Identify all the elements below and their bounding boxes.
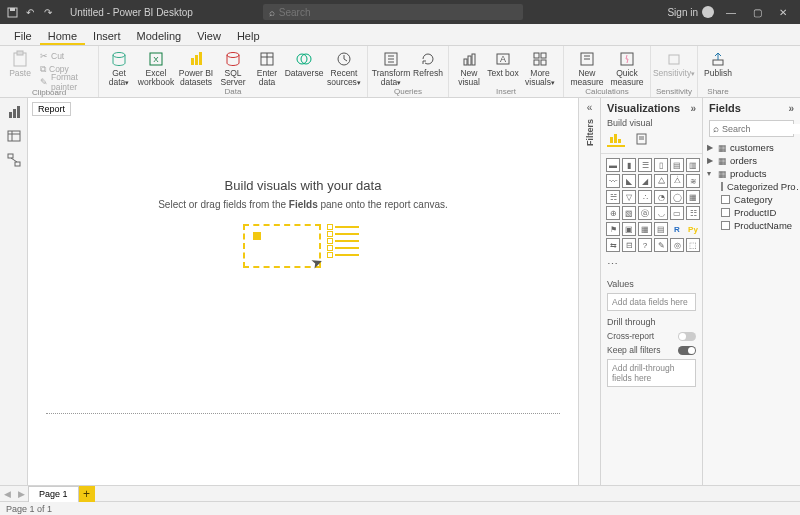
add-page-button[interactable]: +	[79, 486, 95, 502]
text-box-button[interactable]: AText box	[487, 48, 519, 87]
powerbi-datasets-button[interactable]: Power BI datasets	[177, 48, 215, 87]
enter-data-button[interactable]: Enter data	[251, 48, 283, 87]
viz-treemap[interactable]: ▦	[686, 190, 700, 204]
expand-filters-icon[interactable]: «	[587, 102, 593, 113]
maximize-button[interactable]: ▢	[748, 7, 766, 18]
viz-100-bar[interactable]: ▤	[670, 158, 684, 172]
format-painter-button[interactable]: ✎ Format painter	[40, 76, 92, 88]
sign-in-button[interactable]: Sign in	[667, 6, 714, 18]
viz-line-stacked[interactable]: ⧋	[654, 174, 668, 188]
viz-azure-map[interactable]: ⓐ	[638, 206, 652, 220]
page-next[interactable]: ▶	[14, 489, 28, 499]
menu-modeling[interactable]: Modeling	[129, 27, 190, 45]
viz-slicer[interactable]: ▣	[622, 222, 636, 236]
menu-view[interactable]: View	[189, 27, 229, 45]
viz-filled-map[interactable]: ▧	[622, 206, 636, 220]
viz-key-influencers[interactable]: ⇆	[606, 238, 620, 252]
publish-button[interactable]: Publish	[702, 48, 734, 87]
excel-workbook-button[interactable]: XExcel workbook	[137, 48, 175, 87]
new-measure-button[interactable]: New measure	[568, 48, 606, 87]
viz-donut[interactable]: ◯	[670, 190, 684, 204]
view-rail	[0, 98, 28, 485]
viz-decomposition[interactable]: ⊟	[622, 238, 636, 252]
report-canvas[interactable]: Report Build visuals with your data Sele…	[28, 98, 578, 485]
menu-home[interactable]: Home	[40, 27, 85, 45]
minimize-button[interactable]: —	[722, 7, 740, 18]
viz-clustered-bar[interactable]: ☰	[638, 158, 652, 172]
viz-scatter[interactable]: ∴	[638, 190, 652, 204]
undo-icon[interactable]: ↶	[24, 6, 36, 18]
viz-more-row[interactable]: ⋯	[601, 256, 702, 275]
viz-line-clustered[interactable]: ⧊	[670, 174, 684, 188]
viz-gauge[interactable]: ◡	[654, 206, 668, 220]
field-productid[interactable]: ProductID	[719, 206, 798, 219]
page-prev[interactable]: ◀	[0, 489, 14, 499]
paste-button[interactable]: Paste	[4, 48, 36, 88]
save-icon[interactable]	[6, 6, 18, 18]
filters-pane-collapsed[interactable]: « Filters	[578, 98, 600, 485]
sql-server-button[interactable]: SQL Server	[217, 48, 249, 87]
viz-kpi[interactable]: ⚑	[606, 222, 620, 236]
global-search[interactable]: ⌕	[263, 4, 523, 20]
viz-pie[interactable]: ◔	[654, 190, 668, 204]
viz-ribbon[interactable]: ≋	[686, 174, 700, 188]
viz-100-column[interactable]: ▥	[686, 158, 700, 172]
global-search-input[interactable]	[279, 7, 517, 18]
menu-insert[interactable]: Insert	[85, 27, 129, 45]
quick-measure-button[interactable]: Quick measure	[608, 48, 646, 87]
viz-paginated[interactable]: ⬚	[686, 238, 700, 252]
menu-file[interactable]: File	[6, 27, 40, 45]
close-button[interactable]: ✕	[774, 7, 792, 18]
viz-area[interactable]: ◣	[622, 174, 636, 188]
build-visual-tab[interactable]	[607, 131, 625, 147]
sensitivity-button[interactable]: Sensitivity▾	[655, 48, 693, 87]
drillthrough-well[interactable]: Add drill-through fields here	[607, 359, 696, 387]
viz-card[interactable]: ▭	[670, 206, 684, 220]
table-orders[interactable]: ▶▦orders	[705, 154, 798, 167]
viz-python[interactable]: Py	[686, 222, 700, 236]
collapse-viz-icon[interactable]: »	[690, 103, 696, 114]
viz-waterfall[interactable]: ☵	[606, 190, 620, 204]
page-tab-1[interactable]: Page 1	[28, 486, 79, 502]
cross-report-toggle[interactable]	[678, 332, 696, 341]
fields-search-input[interactable]	[722, 124, 800, 134]
viz-matrix[interactable]: ▤	[654, 222, 668, 236]
report-view-icon[interactable]	[6, 104, 22, 120]
viz-map[interactable]: ⊕	[606, 206, 620, 220]
new-visual-button[interactable]: New visual	[453, 48, 485, 87]
transform-data-button[interactable]: Transform data▾	[372, 48, 410, 87]
viz-stacked-area[interactable]: ◢	[638, 174, 652, 188]
redo-icon[interactable]: ↷	[42, 6, 54, 18]
field-categorized[interactable]: Categorized Pro…	[719, 180, 798, 193]
cut-button[interactable]: ✂ Cut	[40, 50, 92, 62]
recent-sources-button[interactable]: Recent sources▾	[325, 48, 363, 87]
fields-search[interactable]: ⌕	[709, 120, 794, 137]
viz-stacked-column[interactable]: ▮	[622, 158, 636, 172]
table-products[interactable]: ▾▦products	[705, 167, 798, 180]
viz-line[interactable]: 〰	[606, 174, 620, 188]
refresh-button[interactable]: Refresh	[412, 48, 444, 87]
collapse-fields-icon[interactable]: »	[788, 103, 794, 114]
viz-stacked-bar[interactable]: ▬	[606, 158, 620, 172]
viz-narrative[interactable]: ✎	[654, 238, 668, 252]
field-productname[interactable]: ProductName	[719, 219, 798, 232]
get-data-button[interactable]: Get data▾	[103, 48, 135, 87]
viz-funnel[interactable]: ▽	[622, 190, 636, 204]
viz-goals[interactable]: ◎	[670, 238, 684, 252]
viz-table[interactable]: ▦	[638, 222, 652, 236]
more-visuals-button[interactable]: More visuals▾	[521, 48, 559, 87]
viz-r[interactable]: R	[670, 222, 684, 236]
viz-qa[interactable]: ?	[638, 238, 652, 252]
values-well[interactable]: Add data fields here	[607, 293, 696, 311]
data-view-icon[interactable]	[6, 128, 22, 144]
viz-clustered-column[interactable]: ▯	[654, 158, 668, 172]
dataverse-button[interactable]: Dataverse	[285, 48, 323, 87]
format-visual-tab[interactable]	[633, 131, 651, 147]
viz-multi-card[interactable]: ☷	[686, 206, 700, 220]
field-category[interactable]: Category	[719, 193, 798, 206]
menu-help[interactable]: Help	[229, 27, 268, 45]
svg-rect-7	[191, 58, 194, 65]
table-customers[interactable]: ▶▦customers	[705, 141, 798, 154]
model-view-icon[interactable]	[6, 152, 22, 168]
keep-filters-toggle[interactable]	[678, 346, 696, 355]
